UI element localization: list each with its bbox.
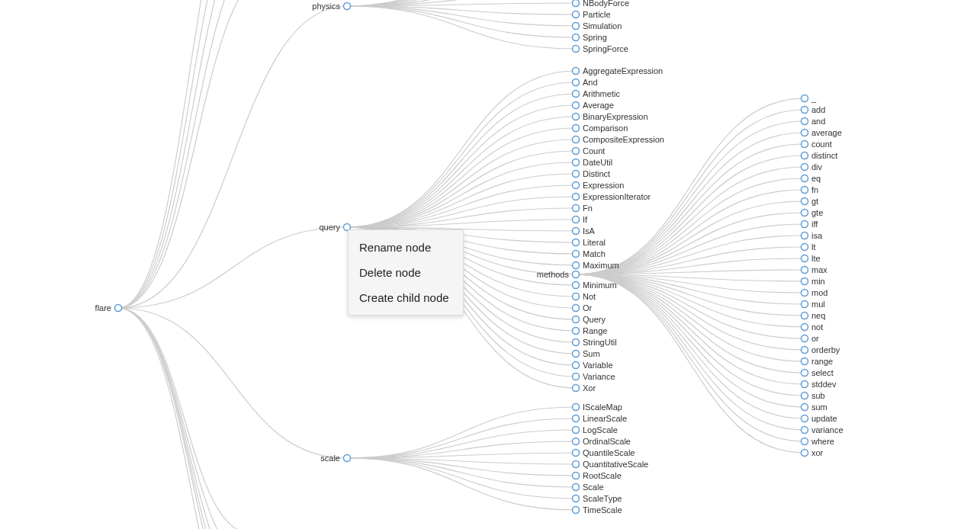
tree-node-dot[interactable] bbox=[573, 68, 580, 75]
tree-node[interactable]: Scale bbox=[573, 483, 604, 492]
tree-node[interactable]: stddev bbox=[802, 380, 837, 389]
tree-node[interactable]: And bbox=[573, 78, 598, 87]
tree-node[interactable]: scale bbox=[320, 454, 350, 463]
tree-node[interactable]: IScaleMap bbox=[573, 402, 622, 412]
tree-node[interactable]: variance bbox=[802, 425, 843, 434]
tree-node-dot[interactable] bbox=[573, 194, 580, 200]
tree-node-dot[interactable] bbox=[573, 23, 580, 30]
tree-node[interactable]: Fn bbox=[573, 204, 593, 213]
tree-node[interactable]: DateUtil bbox=[573, 158, 613, 167]
tree-node[interactable]: distinct bbox=[802, 151, 838, 160]
tree-node-dot[interactable] bbox=[573, 305, 580, 312]
tree-node[interactable]: Range bbox=[573, 326, 608, 335]
tree-node[interactable]: where bbox=[802, 437, 834, 446]
tree-node-dot[interactable] bbox=[115, 305, 122, 312]
tree-node-dot[interactable] bbox=[802, 164, 808, 171]
tree-node-dot[interactable] bbox=[344, 3, 351, 10]
tree-node[interactable]: QuantitativeScale bbox=[573, 460, 649, 469]
tree-node-dot[interactable] bbox=[573, 293, 580, 300]
tree-node[interactable]: mod bbox=[802, 288, 828, 297]
tree-node-dot[interactable] bbox=[802, 221, 808, 228]
tree-node-dot[interactable] bbox=[573, 461, 580, 468]
tree-node[interactable]: average bbox=[802, 128, 842, 137]
tree-node-dot[interactable] bbox=[573, 239, 580, 246]
tree-node[interactable]: orderby bbox=[802, 345, 840, 354]
tree-node-dot[interactable] bbox=[573, 362, 580, 369]
tree-node-dot[interactable] bbox=[802, 210, 808, 216]
tree-node[interactable]: Comparison bbox=[573, 123, 628, 133]
tree-node[interactable]: count bbox=[802, 139, 832, 149]
tree-node[interactable]: RootScale bbox=[573, 471, 622, 480]
tree-node-dot[interactable] bbox=[802, 118, 808, 125]
tree-node-dot[interactable] bbox=[802, 130, 808, 136]
tree-node-dot[interactable] bbox=[573, 473, 580, 479]
tree-node[interactable]: If bbox=[573, 215, 589, 224]
tree-node-dot[interactable] bbox=[573, 46, 580, 53]
tree-node[interactable]: min bbox=[802, 277, 825, 286]
tree-node-dot[interactable] bbox=[573, 316, 580, 323]
tree-node[interactable]: StringUtil bbox=[573, 338, 617, 347]
tree-node-dot[interactable] bbox=[802, 175, 808, 182]
tree-node-dot[interactable] bbox=[802, 232, 808, 239]
tree-node-dot[interactable] bbox=[573, 415, 580, 422]
tree-node-dot[interactable] bbox=[573, 438, 580, 445]
tree-node-dot[interactable] bbox=[573, 507, 580, 514]
tree-node[interactable]: ScaleType bbox=[573, 494, 622, 503]
tree-node-dot[interactable] bbox=[573, 484, 580, 491]
tree-node[interactable]: and bbox=[802, 117, 826, 126]
tree-node[interactable]: mul bbox=[802, 300, 825, 309]
tree-node-dot[interactable] bbox=[573, 182, 580, 189]
tree-node[interactable]: Literal bbox=[573, 238, 606, 247]
tree-node-dot[interactable] bbox=[573, 251, 580, 258]
tree-node[interactable]: TimeScale bbox=[573, 505, 622, 515]
tree-node[interactable]: iff bbox=[802, 220, 819, 229]
tree-node[interactable]: QuantileScale bbox=[573, 448, 635, 457]
tree-node[interactable]: methods bbox=[537, 270, 580, 279]
tree-node[interactable]: SpringForce bbox=[573, 44, 628, 53]
tree-node-dot[interactable] bbox=[802, 381, 808, 388]
tree-node[interactable]: query bbox=[319, 223, 350, 232]
tree-node-dot[interactable] bbox=[802, 95, 808, 102]
tree-node-dot[interactable] bbox=[573, 102, 580, 109]
tree-node[interactable]: Xor bbox=[573, 383, 596, 393]
tree-node-dot[interactable] bbox=[573, 282, 580, 289]
tree-node[interactable]: Variance bbox=[573, 372, 615, 381]
tree-node[interactable]: LogScale bbox=[573, 425, 618, 434]
tree-node[interactable]: Spring bbox=[573, 33, 607, 42]
tree-node-dot[interactable] bbox=[573, 328, 580, 335]
tree-node[interactable]: Expression bbox=[573, 181, 625, 190]
tree-node-dot[interactable] bbox=[573, 262, 580, 269]
tree-node[interactable]: sum bbox=[802, 402, 827, 412]
tree-node-dot[interactable] bbox=[802, 324, 808, 331]
tree-node[interactable]: isa bbox=[802, 231, 823, 240]
tree-node-dot[interactable] bbox=[573, 374, 580, 380]
tree-node-dot[interactable] bbox=[802, 415, 808, 422]
tree-node-dot[interactable] bbox=[802, 404, 808, 411]
tree-node-dot[interactable] bbox=[573, 159, 580, 166]
tree-node-dot[interactable] bbox=[802, 370, 808, 377]
tree-node-dot[interactable] bbox=[573, 0, 580, 7]
tree-node-dot[interactable] bbox=[573, 114, 580, 120]
tree-node[interactable]: Variable bbox=[573, 361, 613, 370]
tree-node[interactable]: or bbox=[802, 334, 820, 343]
context-menu-rename[interactable]: Rename node bbox=[349, 235, 463, 260]
tree-node[interactable]: gt bbox=[802, 197, 819, 206]
tree-node-dot[interactable] bbox=[802, 290, 808, 297]
tree-node[interactable]: Count bbox=[573, 146, 606, 155]
tree-node-dot[interactable] bbox=[802, 335, 808, 342]
tree-node-dot[interactable] bbox=[802, 438, 808, 445]
tree-node[interactable]: gte bbox=[802, 208, 824, 217]
tree-node[interactable]: Sum bbox=[573, 349, 600, 358]
tree-node-dot[interactable] bbox=[573, 91, 580, 98]
tree-node[interactable]: IsA bbox=[573, 226, 596, 236]
tree-node[interactable]: div bbox=[802, 162, 823, 172]
tree-node[interactable]: LinearScale bbox=[573, 414, 628, 423]
tree-node-dot[interactable] bbox=[573, 216, 580, 223]
tree-node[interactable]: BinaryExpression bbox=[573, 112, 648, 121]
tree-node[interactable]: update bbox=[802, 414, 837, 423]
tree-node[interactable]: OrdinalScale bbox=[573, 437, 631, 446]
tree-node-dot[interactable] bbox=[573, 271, 580, 278]
tree-node[interactable]: lt bbox=[802, 242, 816, 252]
tree-node[interactable]: _ bbox=[802, 94, 818, 103]
tree-node-dot[interactable] bbox=[802, 267, 808, 274]
